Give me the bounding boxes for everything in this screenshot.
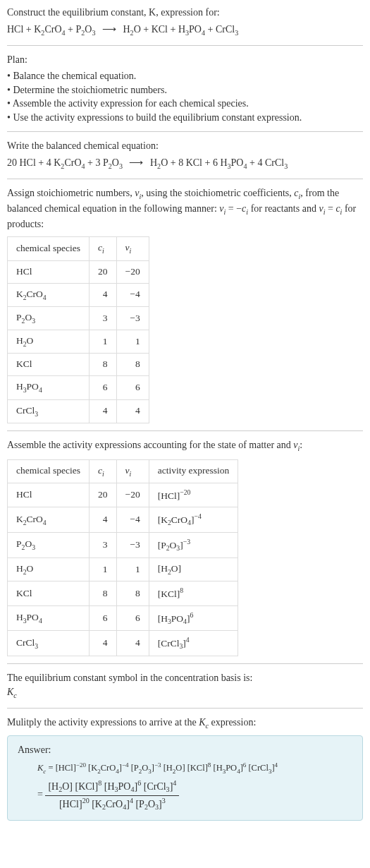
table-row: P2O33−3[P2O3]−3: [8, 533, 238, 558]
table-row: H2O11: [8, 330, 149, 354]
table-row: K2CrO44−4: [8, 283, 149, 306]
answer-label: Answer:: [18, 743, 352, 757]
col-vi: νi: [116, 237, 149, 260]
cell-species: H2O: [8, 330, 90, 354]
fraction-numerator: [H2O] [KCl]8 [H3PO4]6 [CrCl3]4: [45, 778, 179, 796]
table-row: K2CrO44−4[K2CrO4]−4: [8, 507, 238, 533]
cell-species: CrCl3: [8, 399, 90, 423]
table-row: CrCl344[CrCl3]4: [8, 631, 238, 656]
title: Construct the equilibrium constant, K, e…: [7, 6, 363, 20]
cell-vi: 8: [116, 581, 149, 605]
cell-species: KCl: [8, 354, 90, 376]
table-row: KCl88: [8, 354, 149, 376]
col-species: chemical species: [8, 459, 90, 483]
cell-species: CrCl3: [8, 631, 90, 656]
cell-vi: −4: [116, 507, 149, 533]
answer-box: Answer: Kc = [HCl]−20 [K2CrO4]−4 [P2O3]−…: [7, 735, 363, 821]
stoich-text: Assign stoichiometric numbers, νi, using…: [7, 186, 363, 231]
table-row: H3PO466[H3PO4]6: [8, 605, 238, 631]
multiply-text: Mulitply the activity expressions to arr…: [7, 716, 363, 731]
cell-species: KCl: [8, 581, 90, 605]
cell-ci: 8: [90, 354, 117, 376]
plan-list: Balance the chemical equation. Determine…: [7, 69, 363, 124]
cell-ci: 6: [90, 605, 117, 631]
cell-species: H2O: [8, 557, 90, 581]
cell-ci: 4: [90, 631, 117, 656]
cell-activity: [HCl]−20: [149, 483, 238, 507]
table-row: KCl88[KCl]8: [8, 581, 238, 605]
cell-ci: 3: [90, 533, 117, 558]
table-row: H3PO466: [8, 376, 149, 399]
activity-table: chemical species ci νi activity expressi…: [7, 459, 238, 656]
cell-vi: 8: [116, 354, 149, 376]
cell-vi: 4: [116, 631, 149, 656]
balanced-equation: 20 HCl + 4 K2CrO4 + 3 P2O3 ⟶ H2O + 8 KCl…: [7, 156, 363, 171]
col-ci: ci: [90, 459, 117, 483]
divider: [7, 131, 363, 132]
cell-vi: 6: [116, 605, 149, 631]
divider: [7, 663, 363, 664]
cell-activity: [K2CrO4]−4: [149, 507, 238, 533]
table-row: CrCl344: [8, 399, 149, 423]
cell-species: H3PO4: [8, 605, 90, 631]
cell-activity: [H2O]: [149, 557, 238, 581]
cell-vi: −20: [116, 260, 149, 283]
answer-line1: Kc = [HCl]−20 [K2CrO4]−4 [P2O3]−3 [H2O] …: [37, 761, 352, 776]
col-ci: ci: [90, 237, 117, 260]
activity-text: Assemble the activity expressions accoun…: [7, 438, 363, 454]
cell-vi: −20: [116, 483, 149, 507]
cell-vi: 1: [116, 330, 149, 354]
cell-activity: [KCl]8: [149, 581, 238, 605]
plan-label: Plan:: [7, 53, 363, 67]
cell-activity: [P2O3]−3: [149, 533, 238, 558]
cell-species: K2CrO4: [8, 283, 90, 306]
divider: [7, 708, 363, 709]
plan-item: Determine the stoichiometric numbers.: [7, 83, 363, 97]
divider: [7, 45, 363, 46]
cell-ci: 4: [90, 399, 117, 423]
cell-activity: [H3PO4]6: [149, 605, 238, 631]
cell-species: HCl: [8, 483, 90, 507]
unbalanced-equation: HCl + K2CrO4 + P2O3 ⟶ H2O + KCl + H3PO4 …: [7, 23, 363, 38]
cell-species: H3PO4: [8, 376, 90, 399]
answer-fraction: [H2O] [KCl]8 [H3PO4]6 [CrCl3]4 [HCl]20 […: [45, 778, 179, 812]
cell-vi: −3: [116, 306, 149, 330]
cell-species: P2O3: [8, 533, 90, 558]
table-row: HCl20−20[HCl]−20: [8, 483, 238, 507]
cell-ci: 8: [90, 581, 117, 605]
cell-ci: 4: [90, 283, 117, 306]
cell-vi: 6: [116, 376, 149, 399]
cell-species: HCl: [8, 260, 90, 283]
divider: [7, 179, 363, 179]
col-activity: activity expression: [149, 459, 238, 483]
table-row: P2O33−3: [8, 306, 149, 330]
answer-expression: Kc = [HCl]−20 [K2CrO4]−4 [P2O3]−3 [H2O] …: [37, 761, 352, 812]
fraction-denominator: [HCl]20 [K2CrO4]4 [P2O3]3: [45, 796, 179, 813]
cell-activity: [CrCl3]4: [149, 631, 238, 656]
cell-vi: 4: [116, 399, 149, 423]
cell-ci: 1: [90, 557, 117, 581]
symbol-text: The equilibrium constant symbol in the c…: [7, 671, 363, 685]
col-vi: νi: [116, 459, 149, 483]
cell-ci: 3: [90, 306, 117, 330]
symbol-value: Kc: [7, 685, 363, 701]
cell-ci: 20: [90, 483, 117, 507]
cell-ci: 20: [90, 260, 117, 283]
cell-vi: −3: [116, 533, 149, 558]
divider: [7, 430, 363, 431]
plan-item: Balance the chemical equation.: [7, 69, 363, 83]
cell-species: K2CrO4: [8, 507, 90, 533]
plan-section: Plan: Balance the chemical equation. Det…: [7, 53, 363, 125]
cell-species: P2O3: [8, 306, 90, 330]
cell-vi: −4: [116, 283, 149, 306]
table-row: H2O11[H2O]: [8, 557, 238, 581]
plan-item: Assemble the activity expression for eac…: [7, 97, 363, 111]
cell-vi: 1: [116, 557, 149, 581]
plan-item: Use the activity expressions to build th…: [7, 111, 363, 125]
cell-ci: 6: [90, 376, 117, 399]
cell-ci: 4: [90, 507, 117, 533]
table-row: HCl20−20: [8, 260, 149, 283]
cell-ci: 1: [90, 330, 117, 354]
col-species: chemical species: [8, 237, 90, 260]
equals-sign: =: [37, 790, 45, 800]
